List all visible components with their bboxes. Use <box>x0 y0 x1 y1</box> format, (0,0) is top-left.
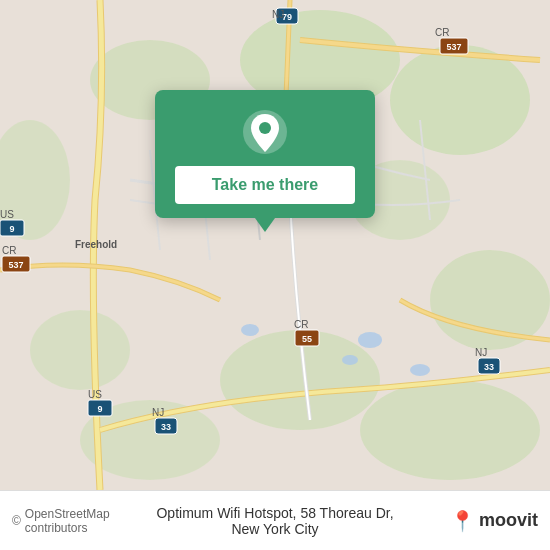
copyright-symbol: © <box>12 514 21 528</box>
svg-point-9 <box>360 380 540 480</box>
svg-point-11 <box>358 332 382 348</box>
svg-text:US: US <box>88 389 102 400</box>
moovit-brand-text: moovit <box>479 510 538 531</box>
svg-point-41 <box>259 122 271 134</box>
take-me-there-button[interactable]: Take me there <box>175 166 355 204</box>
map-svg: 79 NJ 537 CR 9 US Freehold 537 CR 55 CR … <box>0 0 550 490</box>
svg-point-6 <box>30 310 130 390</box>
footer-content: © OpenStreetMap contributors Optimum Wif… <box>12 505 538 537</box>
svg-text:537: 537 <box>8 260 23 270</box>
svg-text:Freehold: Freehold <box>75 239 117 250</box>
svg-text:537: 537 <box>446 42 461 52</box>
svg-text:9: 9 <box>9 224 14 234</box>
svg-text:CR: CR <box>2 245 16 256</box>
osm-attribution: OpenStreetMap contributors <box>25 507 144 535</box>
footer: © OpenStreetMap contributors Optimum Wif… <box>0 490 550 550</box>
moovit-pin-icon: 📍 <box>450 509 475 533</box>
svg-text:NJ: NJ <box>152 407 164 418</box>
svg-text:33: 33 <box>484 362 494 372</box>
svg-text:55: 55 <box>302 334 312 344</box>
svg-point-12 <box>342 355 358 365</box>
moovit-logo: 📍 moovit <box>407 509 539 533</box>
svg-text:NJ: NJ <box>272 9 284 20</box>
svg-point-3 <box>390 45 530 155</box>
svg-text:33: 33 <box>161 422 171 432</box>
copyright-group: © OpenStreetMap contributors <box>12 507 144 535</box>
app-container: 79 NJ 537 CR 9 US Freehold 537 CR 55 CR … <box>0 0 550 550</box>
map-area: 79 NJ 537 CR 9 US Freehold 537 CR 55 CR … <box>0 0 550 490</box>
svg-point-14 <box>241 324 259 336</box>
svg-text:CR: CR <box>294 319 308 330</box>
svg-text:CR: CR <box>435 27 449 38</box>
svg-text:NJ: NJ <box>475 347 487 358</box>
location-pin-icon <box>241 108 289 156</box>
location-popup: Take me there <box>155 90 375 218</box>
svg-point-5 <box>430 250 550 350</box>
svg-text:US: US <box>0 209 14 220</box>
svg-point-13 <box>410 364 430 376</box>
svg-text:9: 9 <box>97 404 102 414</box>
location-title: Optimum Wifi Hotspot, 58 Thoreau Dr, New… <box>144 505 407 537</box>
